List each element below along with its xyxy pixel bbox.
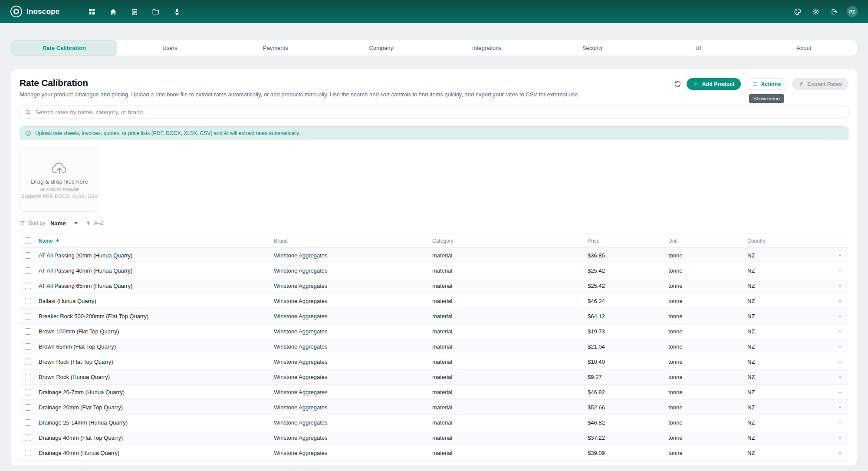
row-expand-chevron-icon[interactable] [837,420,843,425]
tab-company[interactable]: Company [329,40,434,56]
banner-text: Upload rate sheets, invoices, quotes, or… [35,130,300,136]
folder-icon[interactable] [148,4,163,19]
cell-brand: Winstone Aggregates [274,298,432,304]
cell-unit: tonne [668,313,747,319]
refresh-icon[interactable] [673,80,682,89]
table-body: AT All Passing 20mm (Hunua Quarry) Winst… [20,248,848,461]
tab-about[interactable]: About [751,40,857,56]
column-header-brand[interactable]: Brand [274,238,432,244]
cell-category: material [432,374,588,380]
file-dropzone[interactable]: Drag & drop files here or click to brows… [20,148,99,212]
apps-grid-icon[interactable] [85,4,99,19]
brand[interactable]: Inoscope [10,6,59,17]
tab-ui[interactable]: UI [645,40,751,56]
cell-brand: Winstone Aggregates [274,283,432,289]
search-input[interactable] [35,109,843,115]
row-checkbox[interactable] [25,374,31,380]
cell-unit: tonne [668,283,747,289]
sort-direction-toggle[interactable]: A–Z [85,220,103,226]
row-checkbox[interactable] [25,359,31,365]
row-checkbox[interactable] [25,419,31,426]
cell-brand: Winstone Aggregates [274,450,432,456]
extract-rates-button[interactable]: Extract Rates [792,78,848,90]
cell-price: $19.73 [588,328,668,335]
row-expand-chevron-icon[interactable] [837,329,843,334]
cell-price: $46.82 [588,419,668,426]
section-tabs: Rate Calibration Users Payments Company … [11,40,857,56]
home-icon[interactable] [106,4,120,19]
table-row: AT All Passing 40mm (Hunua Quarry) Winst… [20,263,848,278]
table-row: Brown 65mm (Flat Top Quarry) Winstone Ag… [20,339,848,354]
chevron-down-icon [74,222,78,224]
row-expand-chevron-icon[interactable] [837,268,843,273]
row-expand-chevron-icon[interactable] [837,344,843,349]
table-row: Drainage 20mm (Flat Top Quarry) Winstone… [20,400,848,415]
cell-unit: tonne [668,389,747,395]
row-checkbox[interactable] [25,267,31,274]
row-expand-chevron-icon[interactable] [837,435,843,441]
cell-name: Brown 65mm (Flat Top Quarry) [39,343,274,350]
actions-button[interactable]: Actions Show menu [746,78,787,90]
search-icon [25,109,31,115]
tab-integrations[interactable]: Integrations [434,40,540,56]
row-expand-chevron-icon[interactable] [837,253,843,258]
row-checkbox[interactable] [25,389,31,395]
row-checkbox[interactable] [25,283,31,289]
table-row: Brown 100mm (Flat Top Quarry) Winstone A… [20,324,848,339]
row-checkbox[interactable] [25,298,31,304]
dropzone-browse-hint: or click to browse [40,187,79,192]
row-expand-chevron-icon[interactable] [837,359,843,365]
row-expand-chevron-icon[interactable] [837,389,843,395]
cell-name: AT All Passing 65mm (Hunua Quarry) [39,283,274,289]
tab-rate-calibration[interactable]: Rate Calibration [11,40,117,56]
table-row: Brown Rock (Hunua Quarry) Winstone Aggre… [20,369,848,385]
column-header-unit[interactable]: Unit [668,238,747,244]
show-menu-tooltip: Show menu [749,94,784,103]
header-actions: Add Product Actions Show menu Extract Ra… [673,78,848,90]
row-expand-chevron-icon[interactable] [837,450,843,456]
row-checkbox[interactable] [25,313,31,319]
row-checkbox[interactable] [25,252,31,259]
cell-unit: tonne [668,404,747,411]
sort-field-select[interactable]: Name [50,220,78,227]
select-all-checkbox[interactable] [25,237,31,244]
user-avatar[interactable]: PZ [847,6,858,17]
cell-category: material [432,298,588,304]
column-header-category[interactable]: Category [432,238,588,244]
tab-users[interactable]: Users [117,40,223,56]
row-checkbox[interactable] [25,450,31,456]
cell-category: material [432,359,588,365]
settings-gear-icon[interactable] [809,4,823,19]
row-expand-chevron-icon[interactable] [837,374,843,380]
cell-brand: Winstone Aggregates [274,313,432,319]
column-header-price[interactable]: Price [588,238,668,244]
logout-icon[interactable] [827,4,841,19]
row-expand-chevron-icon[interactable] [837,298,843,304]
column-header-name[interactable]: Name [39,238,274,244]
microphone-icon[interactable] [170,4,184,19]
cell-name: Brown Rock (Flat Top Quarry) [39,359,274,365]
cell-category: material [432,313,588,319]
cell-brand: Winstone Aggregates [274,419,432,426]
rate-calibration-panel: Rate Calibration Manage your product cat… [11,69,857,465]
table-row: Ballast (Hunua Quarry) Winstone Aggregat… [20,293,848,309]
add-product-button[interactable]: Add Product [687,78,741,90]
menu-icon [752,81,758,87]
palette-icon[interactable] [790,4,805,19]
row-expand-chevron-icon[interactable] [837,313,843,319]
cell-price: $10.40 [588,359,668,365]
row-checkbox[interactable] [25,404,31,411]
tab-payments[interactable]: Payments [223,40,329,56]
row-expand-chevron-icon[interactable] [837,405,843,410]
clipboard-icon[interactable] [127,4,141,19]
column-header-country[interactable]: Country [747,238,831,244]
cell-price: $36.85 [588,252,668,259]
row-checkbox[interactable] [25,343,31,350]
tab-security[interactable]: Security [540,40,646,56]
filter-funnel-icon [20,221,25,226]
row-checkbox[interactable] [25,435,31,441]
cell-category: material [432,328,588,335]
row-checkbox[interactable] [25,328,31,335]
cell-country: NZ [747,359,831,365]
row-expand-chevron-icon[interactable] [837,283,843,289]
